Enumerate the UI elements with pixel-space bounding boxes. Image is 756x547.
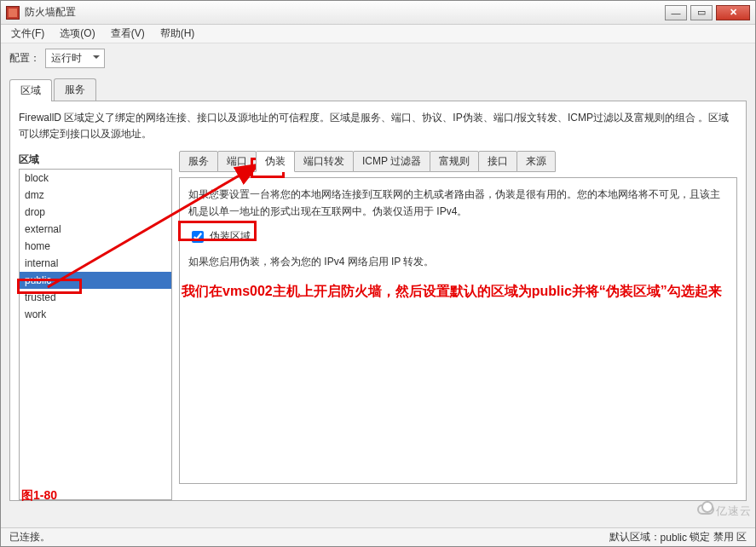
status-bar: 已连接。 默认区域： public 锁定 禁用 区	[1, 527, 755, 546]
zone-list[interactable]: blockdmzdropexternalhomeinternalpublictr…	[19, 169, 172, 500]
cloud-icon	[697, 504, 714, 515]
config-dropdown[interactable]: 运行时	[45, 49, 105, 68]
maximize-button[interactable]: ▭	[690, 5, 713, 20]
close-button[interactable]: ✕	[716, 5, 750, 20]
watermark: 亿速云	[697, 504, 752, 519]
zone-item-trusted[interactable]: trusted	[20, 289, 171, 306]
config-value: 运行时	[51, 52, 82, 64]
inner-tabstrip: 服务端口伪装端口转发ICMP 过滤器富规则接口来源	[179, 151, 737, 172]
zone-item-block[interactable]: block	[20, 170, 171, 187]
masquerade-zone-label[interactable]: 伪装区域	[210, 228, 251, 245]
window-title: 防火墙配置	[25, 5, 661, 20]
menu-help[interactable]: 帮助(H)	[153, 25, 202, 43]
zone-column: 区域 blockdmzdropexternalhomeinternalpubli…	[19, 151, 172, 500]
masquerade-zone-checkbox[interactable]	[192, 231, 204, 243]
config-row: 配置： 运行时	[1, 43, 755, 73]
masquerade-panel: 如果您要设置一台将您的本地网络连接到互联网的主机或者路由器，伪装是很有用的。您的…	[179, 177, 737, 484]
menu-bar: 文件(F) 选项(O) 查看(V) 帮助(H)	[1, 25, 755, 43]
zones-split: 区域 blockdmzdropexternalhomeinternalpubli…	[19, 151, 737, 500]
annotation-figure-label: 图1-80	[21, 488, 57, 504]
status-disable: 禁用	[713, 530, 734, 544]
inner-tab-5[interactable]: 富规则	[430, 151, 479, 172]
masq-description-2: 如果您启用伪装，将会为您的 IPv4 网络启用 IP 转发。	[188, 254, 728, 270]
zone-item-internal[interactable]: internal	[20, 255, 171, 272]
tab-services[interactable]: 服务	[54, 78, 96, 101]
zone-item-dmz[interactable]: dmz	[20, 187, 171, 204]
zone-item-drop[interactable]: drop	[20, 204, 171, 221]
title-bar: 防火墙配置 — ▭ ✕	[1, 1, 755, 25]
status-default-zone-value: public	[661, 532, 687, 544]
zones-description: FirewallD 区域定义了绑定的网络连接、接口以及源地址的可信程度。区域是服…	[19, 110, 737, 142]
status-default-zone-label: 默认区域：	[609, 530, 661, 544]
firewall-config-window: 防火墙配置 — ▭ ✕ 文件(F) 选项(O) 查看(V) 帮助(H) 配置： …	[0, 0, 756, 547]
watermark-text: 亿速云	[716, 504, 752, 517]
status-lock: 锁定	[690, 530, 710, 544]
outer-tabs: 区域 服务 FirewallD 区域定义了绑定的网络连接、接口以及源地址的可信程…	[9, 78, 747, 501]
outer-tabstrip: 区域 服务	[9, 78, 747, 101]
masq-checkbox-row: 伪装区域	[188, 228, 728, 245]
zone-item-work[interactable]: work	[20, 306, 171, 323]
zone-item-public[interactable]: public	[20, 272, 171, 289]
masq-description-1: 如果您要设置一台将您的本地网络连接到互联网的主机或者路由器，伪装是很有用的。您的…	[188, 187, 728, 219]
inner-tab-1[interactable]: 端口	[217, 151, 257, 172]
inner-tab-0[interactable]: 服务	[179, 151, 218, 172]
inner-tab-3[interactable]: 端口转发	[294, 151, 354, 172]
zone-detail-column: 服务端口伪装端口转发ICMP 过滤器富规则接口来源 如果您要设置一台将您的本地网…	[179, 151, 737, 500]
status-connected: 已连接。	[9, 530, 50, 544]
config-label: 配置：	[9, 51, 40, 66]
menu-view[interactable]: 查看(V)	[104, 25, 152, 43]
zone-item-external[interactable]: external	[20, 221, 171, 238]
minimize-button[interactable]: —	[665, 5, 687, 20]
app-icon	[6, 6, 20, 20]
menu-options[interactable]: 选项(O)	[53, 25, 101, 43]
menu-file[interactable]: 文件(F)	[4, 25, 51, 43]
inner-tab-7[interactable]: 来源	[517, 151, 556, 172]
zone-item-home[interactable]: home	[20, 238, 171, 255]
zone-column-header: 区域	[19, 151, 172, 169]
status-trail: 区	[736, 530, 747, 544]
tab-zones[interactable]: 区域	[9, 79, 52, 101]
inner-tab-2[interactable]: 伪装	[256, 151, 295, 172]
inner-tab-6[interactable]: 接口	[478, 151, 517, 172]
inner-tab-4[interactable]: ICMP 过滤器	[353, 151, 430, 172]
zones-panel: FirewallD 区域定义了绑定的网络连接、接口以及源地址的可信程度。区域是服…	[9, 101, 747, 501]
